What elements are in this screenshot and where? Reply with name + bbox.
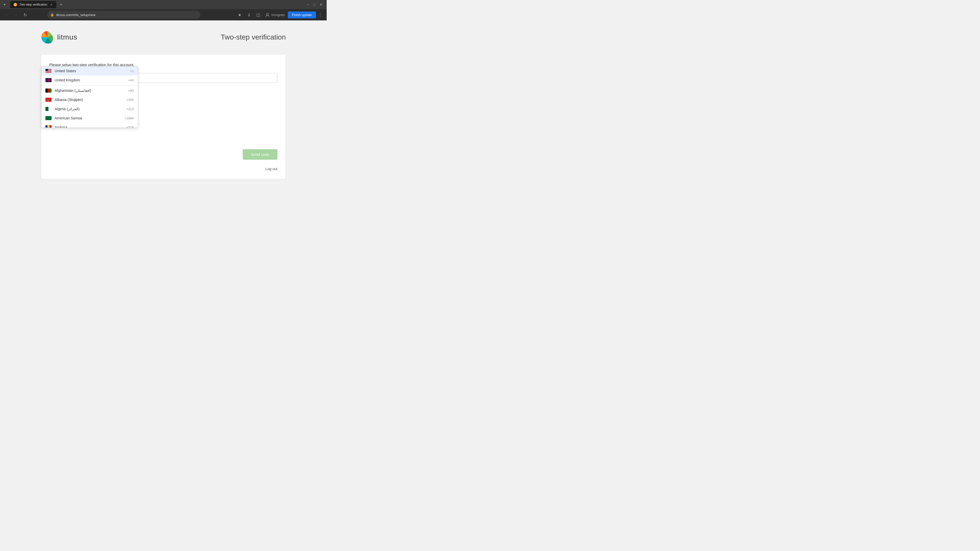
back-button[interactable]: ← — [3, 11, 10, 18]
country-name-al: Albania (Shqipëri) — [55, 98, 123, 102]
address-bar: ← → ↻ 🔒 litmus.com/mfa_setup/new ★ ⇓ ◫ I… — [0, 9, 327, 21]
country-item-ad[interactable]: Andorra +376 — [41, 123, 138, 127]
country-name-af: Afghanistan (‫افغانستان‬‎) — [55, 89, 125, 93]
send-code-button[interactable]: Send code — [243, 149, 277, 160]
flag-us — [45, 69, 52, 73]
tab-nav-buttons: ▼ — [2, 2, 7, 7]
flag-af — [45, 89, 52, 93]
window-controls: − □ ✕ — [307, 3, 325, 6]
country-item-us[interactable]: United States +1 — [41, 66, 138, 76]
logo-text: litmus — [57, 33, 77, 41]
active-tab[interactable]: L Two-step verification ✕ — [10, 1, 56, 8]
new-tab-button[interactable]: + — [57, 1, 65, 8]
country-name-us: United States — [55, 69, 127, 73]
incognito-icon — [265, 13, 270, 17]
country-item-af[interactable]: Afghanistan (‫افغانستان‬‎) +93 — [41, 86, 138, 95]
country-item-as[interactable]: American Samoa +1684 — [41, 114, 138, 123]
country-code-af: +93 — [128, 89, 134, 93]
country-name-as: American Samoa — [55, 116, 121, 120]
flag-as — [45, 116, 52, 120]
country-name-gb: United Kingdom — [55, 78, 125, 82]
bookmark-button[interactable]: ★ — [235, 11, 244, 19]
country-code-us: +1 — [130, 69, 134, 73]
country-name-ad: Andorra — [55, 125, 123, 127]
page-title: Two-step verification — [221, 33, 286, 41]
maximize-button[interactable]: □ — [313, 3, 315, 6]
incognito-label: Incognito — [271, 13, 285, 17]
lock-icon: 🔒 — [50, 13, 54, 17]
flag-gb — [45, 78, 52, 82]
litmus-logo-icon — [41, 30, 54, 44]
url-text: litmus.com/mfa_setup/new — [56, 13, 95, 17]
sidebar-button[interactable]: ◫ — [254, 11, 262, 19]
flag-ad — [45, 125, 52, 127]
forward-button[interactable]: → — [12, 11, 19, 18]
flag-dz — [45, 107, 52, 111]
flag-al: 🦅 — [45, 98, 52, 102]
log-out-link[interactable]: Log out — [266, 167, 277, 171]
page-content: litmus Two-step verification Please setu… — [0, 21, 327, 184]
svg-text:L: L — [14, 3, 16, 6]
finish-update-button[interactable]: Finish update — [288, 11, 316, 18]
country-item-al[interactable]: 🦅 Albania (Shqipëri) +355 — [41, 95, 138, 104]
country-dropdown[interactable]: United States +1 United Kingdom +44 — [41, 66, 138, 128]
country-name-dz: Algeria (‫الجزائر‬‎) — [55, 107, 123, 111]
refresh-button[interactable]: ↻ — [21, 11, 29, 18]
country-code-as: +1684 — [124, 116, 134, 120]
country-item-dz[interactable]: Algeria (‫الجزائر‬‎) +213 — [41, 104, 138, 114]
country-code-dz: +213 — [126, 107, 134, 111]
svg-point-2 — [266, 13, 269, 15]
country-code-al: +355 — [126, 98, 134, 102]
country-code-ad: +376 — [126, 125, 134, 128]
tab-favicon: L — [13, 3, 18, 6]
tab-title: Two-step verification — [19, 3, 47, 6]
toolbar-right: ★ ⇓ ◫ Incognito Finish update ⋮ — [235, 11, 324, 19]
tab-close-button[interactable]: ✕ — [49, 3, 53, 6]
country-code-gb: +44 — [128, 78, 134, 82]
dropdown-divider — [41, 85, 138, 86]
tab-list-button[interactable]: ▼ — [2, 2, 7, 7]
tab-bar: ▼ L Two-step verification ✕ + − □ ✕ — [0, 0, 327, 9]
dropdown-scroll-area[interactable]: United States +1 United Kingdom +44 — [41, 66, 138, 127]
download-button[interactable]: ⇓ — [245, 11, 253, 19]
url-bar[interactable]: 🔒 litmus.com/mfa_setup/new — [47, 11, 200, 19]
browser-chrome: ▼ L Two-step verification ✕ + − □ ✕ ← → … — [0, 0, 327, 21]
incognito-indicator: Incognito — [263, 11, 287, 18]
minimize-button[interactable]: − — [307, 3, 309, 6]
close-button[interactable]: ✕ — [320, 3, 323, 6]
country-item-gb[interactable]: United Kingdom +44 — [41, 76, 138, 85]
logo-area: litmus — [41, 30, 77, 44]
page-header: litmus Two-step verification — [41, 30, 286, 44]
main-card: Please setup two-step verification for t… — [41, 54, 286, 179]
menu-button[interactable]: ⋮ — [317, 11, 324, 19]
